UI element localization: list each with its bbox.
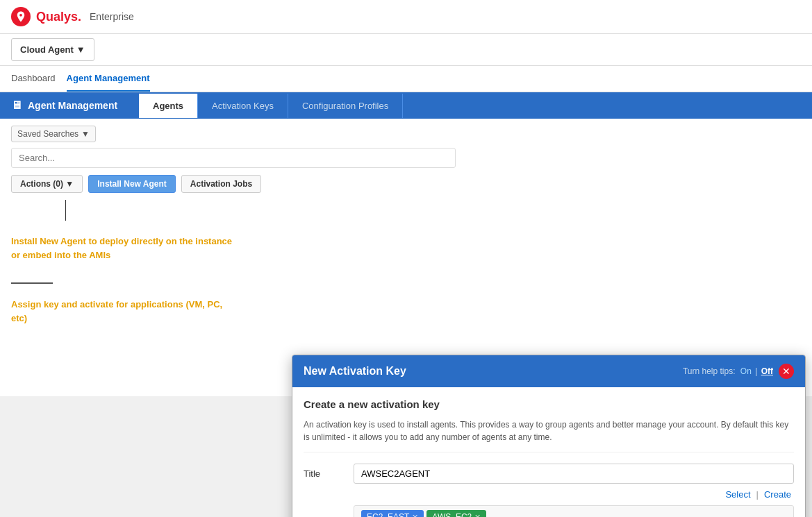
brand-name: Qualys. — [36, 10, 81, 24]
select-create-row: Select | Create — [304, 489, 794, 500]
tab-agents[interactable]: Agents — [139, 94, 198, 118]
help-tips-off[interactable]: Off — [761, 366, 773, 376]
tag-aws-ec2: AWS_EC2 ✕ — [426, 510, 486, 517]
modal-header: New Activation Key Turn help tips: On | … — [292, 355, 805, 387]
tag-ec2-east-remove[interactable]: ✕ — [412, 513, 418, 518]
tabs-container: Agents Activation Keys Configuration Pro… — [139, 94, 403, 118]
logo-icon — [11, 7, 31, 26]
title-form-row: Title — [304, 464, 794, 484]
top-nav: Dashboard Agent Management — [0, 66, 812, 92]
saved-searches-button[interactable]: Saved Searches ▼ — [11, 126, 96, 142]
modal-close-button[interactable]: ✕ — [779, 364, 794, 379]
tab-section-title-text: Agent Management — [28, 100, 117, 111]
content-area: Saved Searches ▼ Actions (0) ▼ Install N… — [0, 119, 812, 396]
agent-management-icon: 🖥 — [11, 99, 22, 112]
actions-dropdown[interactable]: Actions (0) ▼ — [11, 175, 83, 193]
tab-bar: 🖥 Agent Management Agents Activation Key… — [0, 92, 812, 119]
select-create-separator: | — [756, 489, 759, 500]
tag-aws-ec2-remove[interactable]: ✕ — [474, 513, 481, 518]
tag-aws-ec2-label: AWS_EC2 — [432, 512, 472, 517]
install-new-agent-button[interactable]: Install New Agent — [88, 175, 176, 193]
tab-section-title: 🖥 Agent Management — [0, 92, 139, 119]
nav-dashboard[interactable]: Dashboard — [11, 66, 56, 92]
saved-searches-bar: Saved Searches ▼ — [11, 126, 801, 142]
module-dropdown[interactable]: Cloud Agent ▼ — [11, 38, 94, 61]
actions-chevron-icon: ▼ — [65, 179, 74, 189]
tab-configuration-profiles[interactable]: Configuration Profiles — [288, 94, 403, 118]
help-tips-label: Turn help tips: On | Off — [683, 366, 773, 376]
activation-jobs-button[interactable]: Activation Jobs — [181, 175, 261, 193]
nav-agent-management[interactable]: Agent Management — [67, 66, 150, 92]
modal-description: An activation key is used to install age… — [304, 418, 794, 452]
instruction-step1: Install New Agent to deploy directly on … — [11, 235, 801, 262]
help-tips-prefix: Turn help tips: — [683, 366, 736, 376]
help-tips-separator: | — [755, 366, 757, 376]
tab-activation-keys[interactable]: Activation Keys — [198, 94, 288, 118]
tag-ec2-east-label: EC2_EAST — [367, 512, 409, 517]
modal-section-title: Create a new activation key — [304, 398, 794, 410]
chevron-down-icon: ▼ — [76, 44, 85, 55]
title-label: Title — [304, 468, 345, 479]
modal-title: New Activation Key — [304, 365, 406, 378]
search-input[interactable] — [11, 148, 456, 168]
module-label: Cloud Agent — [20, 44, 74, 55]
new-activation-key-modal: New Activation Key Turn help tips: On | … — [292, 355, 806, 517]
arrow-connector — [65, 200, 66, 221]
separator-line — [11, 282, 53, 284]
instruction-step1-text: Install New Agent to deploy directly on … — [11, 235, 233, 262]
saved-searches-label: Saved Searches — [17, 129, 78, 139]
tag-ec2-east: EC2_EAST ✕ — [361, 510, 424, 517]
modal-body: Create a new activation key An activatio… — [292, 387, 805, 517]
saved-searches-chevron-icon: ▼ — [81, 129, 90, 139]
tags-container: EC2_EAST ✕ AWS_EC2 ✕ — [354, 505, 794, 517]
instruction-step2-text: Assign key and activate for applications… — [11, 298, 233, 325]
header: Qualys. Enterprise — [0, 0, 812, 34]
nav-bar: Cloud Agent ▼ — [0, 34, 812, 66]
instructions: Install New Agent to deploy directly on … — [11, 235, 801, 325]
create-link[interactable]: Create — [764, 489, 791, 500]
brand-type: Enterprise — [90, 11, 134, 22]
instruction-step2: Assign key and activate for applications… — [11, 298, 801, 325]
help-tips-on[interactable]: On — [740, 366, 752, 376]
title-input[interactable] — [354, 464, 794, 484]
select-link[interactable]: Select — [725, 489, 750, 500]
action-row: Actions (0) ▼ Install New Agent Activati… — [11, 175, 801, 193]
actions-label: Actions (0) — [20, 179, 63, 189]
modal-header-right: Turn help tips: On | Off ✕ — [683, 364, 794, 379]
